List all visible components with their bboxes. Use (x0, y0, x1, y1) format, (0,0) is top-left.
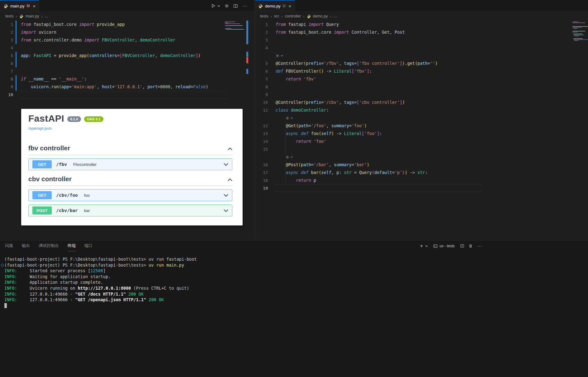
more-actions-icon[interactable]: ··· (242, 3, 248, 8)
tab-bar-left: main.py M × (0, 0, 254, 12)
code-line[interactable]: 6def FBVController() -> Literal['fbv']: (255, 67, 588, 75)
code-line[interactable]: 5@Controller(prefix='/fbv', tags=['fbv c… (255, 60, 588, 67)
code-editor[interactable]: 1from fastapi import Query2from fastapi_… (255, 21, 588, 192)
panel-tab-ports[interactable]: 端口 (84, 240, 92, 251)
terminal-tab-item[interactable]: uv - tests (432, 243, 456, 249)
breadcrumb-item[interactable]: ... (334, 14, 337, 18)
run-dropdown-chevron-icon[interactable] (217, 5, 220, 7)
tab-demo-py[interactable]: demo.py U × (255, 0, 295, 12)
minimap[interactable] (572, 22, 586, 42)
method-badge: GET (32, 160, 52, 168)
gutter: 12 (255, 122, 276, 130)
code-line[interactable]: 8if __name__ == '__main__': (0, 75, 254, 83)
code-line[interactable]: 16 @Post(path='/bar', summary='bar') (255, 161, 588, 169)
code-line[interactable]: 1from fastapi_boot.core import provide_a… (0, 21, 254, 28)
codelens-row[interactable] (255, 114, 588, 122)
code-line[interactable]: 15 (255, 145, 588, 153)
editor-group-left: main.py M × (0, 0, 255, 240)
gutter (255, 114, 276, 122)
code-line[interactable]: 12 @Get(path='/foo', summary='foo') (255, 122, 588, 130)
collapse-chevron-icon[interactable] (228, 144, 232, 152)
code-line[interactable]: 6 (0, 60, 254, 67)
kill-terminal-icon[interactable] (468, 244, 473, 248)
code-line[interactable]: 1from fastapi import Query (255, 21, 588, 28)
terminal-icon (433, 244, 438, 248)
panel-tab-debug-console[interactable]: 调试控制台 (39, 240, 59, 251)
codelens-row[interactable] (255, 52, 588, 60)
panel-tab-problems[interactable]: 问题 (5, 240, 13, 251)
expand-chevron-icon[interactable] (224, 163, 228, 166)
more-actions-icon[interactable]: ··· (477, 244, 482, 249)
breadcrumb-item[interactable]: main.py (26, 14, 39, 18)
code-line[interactable]: 9 uvicorn.run(app='main:app', host='127.… (0, 83, 254, 91)
minimap[interactable] (225, 22, 246, 31)
code-line[interactable]: 2import uvicorn (0, 28, 254, 36)
editor-actions: ··· (211, 0, 254, 12)
gutter: 6 (255, 67, 276, 75)
codelens-gear-icon[interactable] (276, 114, 293, 122)
code-line[interactable]: 13 async def foo(self) -> Literal['foo']… (255, 130, 588, 138)
expand-chevron-icon[interactable] (224, 209, 228, 212)
terminal-line: INFO: Waiting for application startup. (4, 274, 588, 280)
api-route-row[interactable]: POST/cbv/barbar (28, 205, 232, 216)
api-section-header[interactable]: cbv controller (28, 175, 232, 186)
code-line[interactable]: 19 (255, 184, 588, 192)
breadcrumb-item[interactable]: controller (285, 14, 301, 18)
code-line[interactable]: 10@Controller(prefix='/cbv', tags=['cbv … (255, 99, 588, 106)
code-line[interactable]: 4 (0, 44, 254, 52)
api-section-header[interactable]: fbv controller (28, 144, 232, 155)
gear-icon[interactable] (225, 4, 229, 8)
close-icon[interactable]: × (289, 4, 292, 8)
python-icon (3, 4, 8, 8)
split-terminal-icon[interactable] (460, 244, 464, 248)
code-line[interactable]: 7 (0, 67, 254, 75)
code-line[interactable]: 4 (255, 44, 588, 52)
close-icon[interactable]: × (33, 4, 36, 8)
expand-chevron-icon[interactable] (224, 194, 228, 197)
code-line[interactable]: 3from src.controller.demo import FBVCont… (0, 36, 254, 44)
api-route-row[interactable]: GET/fbvFbvcontroller (28, 158, 232, 170)
tab-main-py[interactable]: main.py M × (0, 0, 39, 12)
code-line[interactable]: 17 async def bar(self, p: str = Query(de… (255, 169, 588, 176)
code-line[interactable]: 7 return 'fbv' (255, 75, 588, 83)
breadcrumb: tests › src › controller › demo.py › ... (255, 12, 588, 21)
openapi-link[interactable]: /openapi.json (28, 126, 232, 131)
version-badge: 0.1.0 (67, 116, 81, 122)
breadcrumb-item[interactable]: src (274, 14, 279, 18)
run-button[interactable] (211, 3, 216, 8)
codelens-gear-icon[interactable] (276, 52, 283, 60)
code-line[interactable]: 2from fastapi_boot.core import Controlle… (255, 28, 588, 36)
gutter: 6 (0, 60, 21, 67)
code-line[interactable]: 10 (0, 91, 254, 99)
code-line[interactable]: 9 (255, 91, 588, 99)
codelens-gear-icon[interactable] (276, 153, 293, 161)
code-line[interactable]: 3 (255, 36, 588, 44)
terminal-output[interactable]: (fastapi-boot-project) PS F:\Desktop\fas… (0, 251, 588, 308)
python-icon (307, 14, 311, 18)
section-title: fbv controller (28, 144, 70, 152)
code-editor[interactable]: 1from fastapi_boot.core import provide_a… (0, 21, 254, 99)
terminal-dropdown-chevron-icon[interactable] (425, 245, 428, 247)
terminal-line: INFO: 127.0.0.1:49666 - "GET /openapi.js… (4, 297, 588, 303)
panel-tab-terminal[interactable]: 终端 (68, 240, 76, 251)
route-summary: Fbvcontroller (73, 162, 97, 167)
codelens-row[interactable] (255, 153, 588, 161)
collapse-chevron-icon[interactable] (228, 175, 232, 183)
terminal-line: INFO: 127.0.0.1:49666 - "GET /docs HTTP/… (4, 291, 588, 297)
breadcrumb-item[interactable]: demo.py (313, 14, 328, 18)
panel-tab-output[interactable]: 输出 (22, 240, 30, 251)
code-line[interactable]: 5app: FastAPI = provide_app(controllers=… (0, 52, 254, 60)
breadcrumb-item[interactable]: ... (45, 14, 48, 18)
gutter: 5 (0, 52, 21, 60)
code-line[interactable]: 18 return p (255, 176, 588, 184)
breadcrumb-item[interactable]: tests (260, 14, 268, 18)
editor-area: main.py M × (0, 0, 588, 240)
code-line[interactable]: 8 (255, 83, 588, 91)
breadcrumb-item[interactable]: tests (5, 14, 13, 18)
split-editor-icon[interactable] (233, 4, 238, 8)
code-line[interactable]: 14 return 'foo' (255, 138, 588, 145)
new-terminal-icon[interactable]: + (420, 243, 423, 249)
code-line[interactable]: 11class demoController: (255, 106, 588, 114)
api-route-row[interactable]: GET/cbv/foofoo (28, 189, 232, 201)
route-path: /cbv/bar (56, 208, 78, 213)
